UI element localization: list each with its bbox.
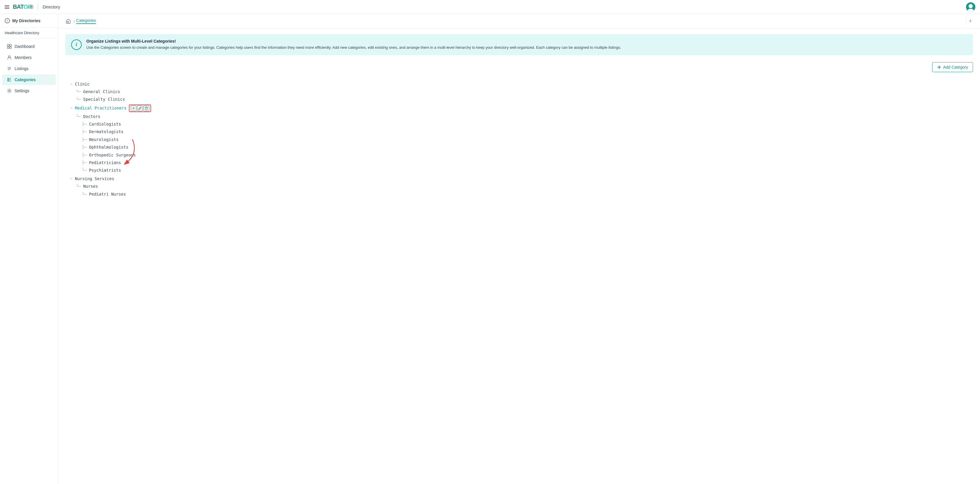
category-pediatri-nurses[interactable]: Pediatri Nurses (89, 191, 126, 197)
tree-node-pediatri-nurses: └─ Pediatri Nurses (82, 190, 151, 198)
category-nursing-services[interactable]: Nursing Services (75, 176, 115, 182)
sidebar-healthcare-directory[interactable]: Healthcare Directory (0, 28, 58, 38)
tree-node-medical-practitioners: ─ Medical Practitioners + (70, 104, 151, 113)
sidebar-item-listings[interactable]: Listings (2, 63, 56, 74)
settings-icon (7, 88, 12, 93)
svg-rect-0 (7, 45, 9, 46)
breadcrumb-collapse-button[interactable] (966, 17, 974, 25)
info-banner-content: Organize Listings with Multi-Level Categ… (86, 39, 967, 51)
category-doctors[interactable]: Doctors (83, 113, 100, 120)
logo-text: BATOi® (13, 3, 33, 10)
tree-node-specialty-clinics: └─ Specialty Clinics (76, 96, 151, 103)
logo: BATOi® (13, 3, 33, 10)
tree-node-clinic: ─ Clinic (70, 80, 151, 88)
tree-node-ophthalmologists: ├─ Ophthalmologists (82, 143, 151, 151)
my-directories-label: My Directories (12, 18, 40, 23)
add-subcategory-button[interactable]: + (130, 105, 137, 111)
category-psychiatrists[interactable]: Psychiatrists (89, 167, 121, 173)
members-label: Members (14, 55, 32, 60)
tree-node-nursing-services: ─ Nursing Services (70, 175, 151, 182)
sidebar-item-members[interactable]: Members (2, 52, 56, 63)
tree-node-general-clinics: └─ General Clinics (76, 88, 151, 96)
dashboard-icon (7, 44, 12, 49)
svg-point-4 (8, 56, 10, 58)
dashboard-label: Dashboard (14, 44, 35, 49)
info-icon: i (71, 39, 82, 50)
avatar-image (966, 2, 975, 12)
actions-bar: Add Category (65, 62, 973, 72)
svg-rect-3 (10, 47, 11, 48)
listings-icon (7, 66, 12, 71)
sidebar-item-categories[interactable]: Categories (2, 74, 56, 85)
edit-category-button[interactable] (137, 105, 143, 111)
sidebar: My Directories Healthcare Directory Dash… (0, 14, 58, 484)
listings-label: Listings (14, 66, 28, 71)
main-content: › Categories i Organize Listings with Mu… (58, 14, 980, 484)
info-banner-title: Organize Listings with Multi-Level Categ… (86, 39, 967, 43)
sidebar-item-settings[interactable]: Settings (2, 86, 56, 96)
svg-rect-1 (10, 45, 11, 46)
sidebar-item-dashboard[interactable]: Dashboard (2, 41, 56, 52)
add-category-label: Add Category (943, 65, 968, 69)
category-cardiologists[interactable]: Cardiologists (89, 121, 121, 127)
page-body: i Organize Listings with Multi-Level Cat… (58, 28, 980, 484)
svg-rect-2 (7, 47, 9, 48)
top-nav: BATOi® Directory (0, 0, 980, 14)
category-medical-practitioners[interactable]: Medical Practitioners (75, 105, 127, 111)
tree-node-dermatologists: ├─ Dermatologists (82, 128, 151, 136)
category-tree-wrapper: ─ Clinic └─ General Clinics └─ Specialty… (65, 78, 156, 200)
category-ophthalmologists[interactable]: Ophthalmologists (89, 144, 128, 150)
sidebar-nav: Dashboard Members Listings (0, 38, 58, 99)
breadcrumb-home[interactable] (64, 17, 72, 25)
category-actions-box: + (129, 104, 151, 112)
trash-icon (145, 106, 148, 110)
sidebar-my-directories[interactable]: My Directories (0, 14, 58, 28)
tree-node-nurses: └─ Nurses (76, 182, 151, 190)
my-directories-icon (5, 18, 10, 23)
category-nurses[interactable]: Nurses (83, 183, 98, 190)
categories-icon (7, 77, 12, 82)
info-banner-description: Use the Categories screen to create and … (86, 45, 967, 51)
edit-icon (138, 106, 142, 110)
chevron-left-icon (969, 19, 972, 23)
info-banner: i Organize Listings with Multi-Level Cat… (65, 34, 973, 55)
tree-node-psychiatrists: └─ Psychiatrists (82, 166, 151, 174)
category-neurologists[interactable]: Neurologists (89, 136, 118, 143)
tree-node-cardiologists: ├─ Cardiologists (82, 120, 151, 128)
category-general-clinics[interactable]: General Clinics (83, 88, 120, 95)
svg-point-8 (9, 90, 10, 92)
breadcrumb-chevron: › (73, 18, 75, 24)
add-category-button[interactable]: Add Category (932, 62, 973, 72)
directory-item-label: Healthcare Directory (5, 30, 40, 35)
category-clinic[interactable]: Clinic (75, 81, 90, 87)
categories-label: Categories (14, 77, 36, 82)
user-avatar[interactable] (966, 2, 975, 12)
hamburger-icon[interactable] (5, 5, 10, 9)
category-orthopedic-surgeons[interactable]: Orthopedic Surgeons (89, 152, 135, 158)
plus-icon (937, 65, 941, 69)
tree-node-orthopedic-surgeons: ├─ Orthopedic Surgeons (82, 151, 151, 159)
delete-category-button[interactable] (143, 105, 150, 111)
settings-label: Settings (14, 88, 29, 93)
nav-divider (38, 3, 38, 11)
tree-node-pediatricians: ├─ Pediatricians (82, 159, 151, 166)
home-icon (65, 18, 71, 24)
category-pediatricians[interactable]: Pediatricians (89, 160, 121, 166)
category-tree: ─ Clinic └─ General Clinics └─ Specialty… (65, 78, 156, 200)
members-icon (7, 55, 12, 60)
category-specialty-clinics[interactable]: Specialty Clinics (83, 96, 125, 102)
breadcrumb-categories[interactable]: Categories (76, 18, 96, 24)
tree-node-neurologists: ├─ Neurologists (82, 136, 151, 143)
tree-node-doctors: └─ Doctors (76, 113, 151, 120)
category-dermatologists[interactable]: Dermatologists (89, 128, 123, 135)
breadcrumb: › Categories (58, 14, 980, 28)
nav-title: Directory (43, 4, 60, 10)
layout: My Directories Healthcare Directory Dash… (0, 14, 980, 484)
